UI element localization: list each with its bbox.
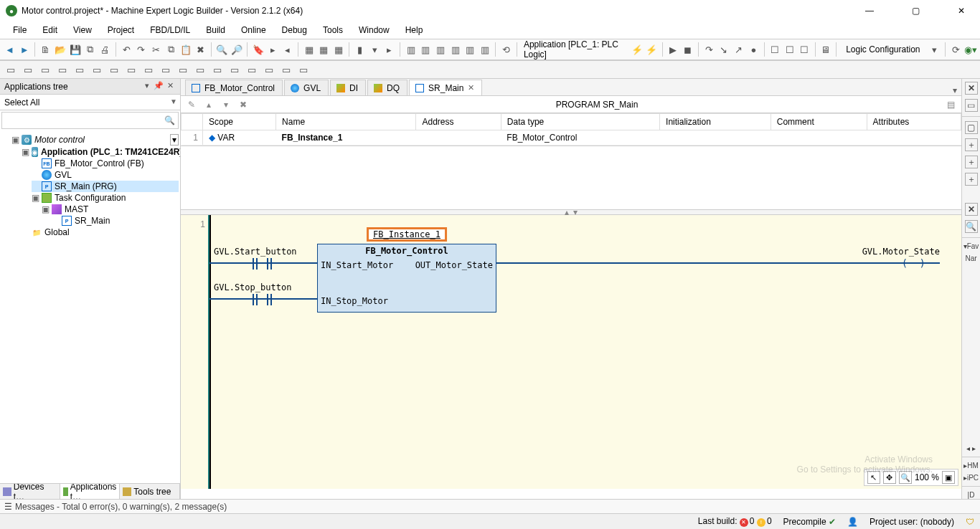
search-icon[interactable]: 🔍 <box>164 115 175 125</box>
tab-close-icon[interactable]: ✕ <box>468 83 474 92</box>
run-icon[interactable]: ▶ <box>666 42 680 57</box>
print-icon[interactable]: 🖨 <box>98 42 112 57</box>
right-icon[interactable]: ▸ <box>383 42 397 57</box>
select-all-dropdown[interactable]: Select All ▼ <box>0 95 180 110</box>
block3-icon[interactable]: ▥ <box>434 42 448 57</box>
tab-fb-motor-control[interactable]: FB_Motor_Control <box>185 80 283 95</box>
block6-icon[interactable]: ▥ <box>479 42 492 57</box>
close-button[interactable]: ✕ <box>948 6 974 16</box>
contact-start[interactable] <box>253 258 258 270</box>
fbd-icon-13[interactable]: ▭ <box>209 62 225 77</box>
fbd-icon-15[interactable]: ▭ <box>244 62 260 77</box>
right-plus2-icon[interactable]: ＋ <box>965 156 978 168</box>
menu-edit[interactable]: Edit <box>35 24 65 37</box>
tree-root[interactable]: Motor control <box>34 135 85 145</box>
bookmark-prev-icon[interactable]: ◂ <box>281 42 295 57</box>
fbd-icon-10[interactable]: ▭ <box>158 62 174 77</box>
splitter[interactable]: ▴▾ <box>181 209 961 215</box>
declaration-grid[interactable]: Scope Name Address Data type Initializat… <box>181 113 961 146</box>
cursor-icon[interactable]: ↖ <box>867 471 880 484</box>
fbd-icon-2[interactable]: ▭ <box>20 62 36 77</box>
down-icon[interactable]: ▾ <box>368 42 382 57</box>
col-address[interactable]: Address <box>416 114 501 130</box>
decl-wand-icon[interactable]: ✎ <box>185 98 198 111</box>
bookmark-icon[interactable]: 🔖 <box>251 42 265 57</box>
search-input[interactable] <box>5 115 164 125</box>
tab-gvl[interactable]: GVL <box>284 80 329 95</box>
tab-di[interactable]: DI <box>330 80 366 95</box>
contact-start-2[interactable] <box>267 258 272 270</box>
right-plus1-icon[interactable]: ＋ <box>965 138 978 151</box>
block1-icon[interactable]: ▥ <box>404 42 418 57</box>
saveall-icon[interactable]: ⧉ <box>83 42 97 57</box>
box3-icon[interactable]: ▦ <box>332 42 346 57</box>
menu-fbd-ld-il[interactable]: FBD/LD/IL <box>143 24 197 37</box>
coil-motor-state[interactable]: ( ) <box>902 257 928 269</box>
undo-icon[interactable]: ↶ <box>120 42 133 57</box>
tab-applications-tree[interactable]: Applications t… <box>60 484 121 499</box>
menu-tools[interactable]: Tools <box>316 24 350 37</box>
menu-online[interactable]: Online <box>234 24 273 37</box>
tree-mast[interactable]: MAST <box>65 204 88 214</box>
fbd-icon-7[interactable]: ▭ <box>106 62 122 77</box>
tree-srmain[interactable]: SR_Main (PRG) <box>55 181 117 191</box>
right-search-icon[interactable]: 🔍 <box>965 220 978 233</box>
project-tree[interactable]: ▣⚙Motor control▾ ▣◉Application (PLC_1: T… <box>0 130 180 473</box>
tree-global[interactable]: Global <box>44 227 70 237</box>
col-datatype[interactable]: Data type <box>501 114 659 130</box>
tree-gvl[interactable]: GVL <box>55 170 72 180</box>
stop-icon[interactable]: ◼ <box>681 42 694 57</box>
nav-fwd-icon[interactable]: ► <box>18 42 32 57</box>
maximize-button[interactable]: ▢ <box>903 6 928 16</box>
right-box-icon[interactable]: ▢ <box>965 121 978 134</box>
decl-down-icon[interactable]: ▾ <box>220 98 232 111</box>
fb-block[interactable]: FB_Instance_1 FB_Motor_Control IN_Start_… <box>317 244 496 313</box>
tab-dq[interactable]: DQ <box>367 80 407 95</box>
refresh-icon[interactable]: ⟲ <box>499 42 513 57</box>
zoom-icon[interactable]: 🔍 <box>899 471 912 484</box>
app-context[interactable]: Application [PLC_1: PLC Logic] <box>521 39 628 59</box>
menu-debug[interactable]: Debug <box>275 24 314 37</box>
stepin-icon[interactable]: ↘ <box>717 42 731 57</box>
right-tab-hm[interactable]: ▸HM <box>963 462 979 470</box>
tree-hscroll[interactable] <box>0 473 180 483</box>
tab-tools-tree[interactable]: Tools tree <box>120 484 180 499</box>
sync-icon[interactable]: ⟳ <box>949 42 963 57</box>
fbd-icon-12[interactable]: ▭ <box>192 62 208 77</box>
decl-delete-icon[interactable]: ✖ <box>237 98 250 111</box>
tabs-overflow-icon[interactable]: ▾ <box>948 85 961 95</box>
redo-icon[interactable]: ↷ <box>134 42 148 57</box>
tab-sr-main[interactable]: SR_Main✕ <box>409 80 482 95</box>
col-attributes[interactable]: Attributes <box>867 114 961 130</box>
save-icon[interactable]: 💾 <box>69 42 83 57</box>
fbd-icon-1[interactable]: ▭ <box>3 62 19 77</box>
tree-application[interactable]: Application (PLC_1: TM241CE24R) <box>41 147 180 157</box>
tab-devices-tree[interactable]: Devices t… <box>0 484 60 499</box>
open-icon[interactable]: 📂 <box>54 42 67 57</box>
menu-view[interactable]: View <box>66 24 99 37</box>
paste-icon[interactable]: 📋 <box>179 42 193 57</box>
right-tab-d[interactable]: |D <box>968 491 975 499</box>
fbd-icon-3[interactable]: ▭ <box>37 62 53 77</box>
login-icon[interactable]: ⚡ <box>630 42 644 57</box>
menu-help[interactable]: Help <box>398 24 430 37</box>
copy-icon[interactable]: ⧉ <box>164 42 178 57</box>
contact-stop[interactable] <box>253 294 258 305</box>
panel-pin-icon[interactable]: 📌 <box>153 81 164 92</box>
nav-back-icon[interactable]: ◄ <box>3 42 17 57</box>
fbd-icon-14[interactable]: ▭ <box>227 62 242 77</box>
right-tab-fav[interactable]: ▾Fav <box>963 242 979 250</box>
findrepl-icon[interactable]: 🔎 <box>230 42 244 57</box>
decl-hscroll[interactable] <box>181 199 961 209</box>
find-icon[interactable]: 🔍 <box>215 42 229 57</box>
right-tab-nar[interactable]: Nar <box>965 254 976 262</box>
right-scroll-left[interactable]: ◂ ▸ <box>966 444 976 452</box>
ladder-editor[interactable]: 1 FB_Instance_1 FB_Motor_Control IN_Star… <box>181 215 961 489</box>
right-plus3-icon[interactable]: ＋ <box>965 173 978 186</box>
logout-icon[interactable]: ⚡ <box>645 42 659 57</box>
tree-srmain2[interactable]: SR_Main <box>75 216 110 226</box>
fbd-icon-11[interactable]: ▭ <box>175 62 191 77</box>
decl-up-icon[interactable]: ▴ <box>202 98 215 111</box>
bookmark-next-icon[interactable]: ▸ <box>266 42 280 57</box>
tree-search[interactable]: 🔍 <box>1 112 179 129</box>
